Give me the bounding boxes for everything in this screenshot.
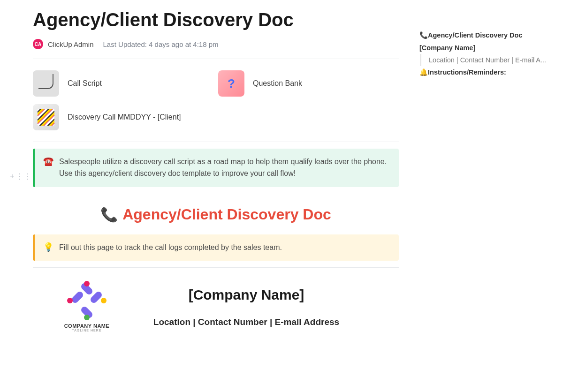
- phone-receiver-icon: 📞: [100, 206, 118, 223]
- updated-value: 4 days ago at 4:18 pm: [149, 40, 218, 48]
- thumb-cord-icon: [33, 70, 59, 97]
- document-outline: 📞Agency/Client Discovery Doc [Company Na…: [419, 29, 555, 79]
- subpage-discovery-call[interactable]: Discovery Call MMDDYY - [Client]: [33, 104, 399, 130]
- add-block-icon[interactable]: +: [8, 173, 16, 180]
- doc-meta: CA ClickUp Admin Last Updated: 4 days ag…: [33, 39, 399, 49]
- logo-company-name: COMPANY NAME: [56, 323, 117, 329]
- logo-mark-icon: [68, 282, 106, 319]
- page-title: Agency/Client Discovery Doc: [33, 9, 399, 30]
- outline-item[interactable]: 🔔Instructions/Reminders:: [419, 66, 555, 79]
- company-info: [Company Name] Location | Contact Number…: [131, 287, 389, 327]
- drag-handle-icon[interactable]: ⋮⋮: [20, 173, 27, 180]
- section-heading: 📞 Agency/Client Discovery Doc: [33, 206, 399, 223]
- thumb-files-icon: [33, 104, 59, 130]
- subpage-call-script[interactable]: Call Script: [33, 70, 213, 97]
- outline-item[interactable]: [Company Name]: [419, 42, 555, 54]
- outline-label: Agency/Client Discovery Doc: [428, 31, 522, 39]
- outline-label: Instructions/Reminders:: [428, 68, 506, 76]
- subpage-question-bank[interactable]: ? Question Bank: [218, 70, 399, 97]
- outline-label: Location | Contact Number | E-mail A...: [429, 56, 546, 64]
- subpage-label: Question Bank: [253, 79, 302, 88]
- outline-item[interactable]: Location | Contact Number | E-mail A...: [420, 54, 555, 66]
- thumb-question-icon: ?: [218, 70, 244, 97]
- company-block: COMPANY NAME TAGLINE HERE [Company Name]…: [33, 268, 399, 332]
- logo-tagline: TAGLINE HERE: [56, 329, 117, 332]
- block-gutter: + ⋮⋮: [8, 173, 27, 180]
- author-name[interactable]: ClickUp Admin: [48, 40, 94, 48]
- outline-label: [Company Name]: [419, 44, 475, 52]
- subpages-grid: Call Script ? Question Bank Discovery Ca…: [33, 59, 399, 142]
- phone-receiver-icon: 📞: [419, 31, 428, 39]
- subpage-label: Call Script: [68, 79, 102, 88]
- callout-text: Salespeople utilize a discovery call scr…: [59, 156, 390, 180]
- outline-item[interactable]: 📞Agency/Client Discovery Doc: [419, 29, 555, 42]
- company-contact-line[interactable]: Location | Contact Number | E-mail Addre…: [131, 317, 361, 327]
- callout-instruction[interactable]: 💡 Fill out this page to track the call l…: [33, 234, 399, 261]
- callout-intro[interactable]: ☎️ Salespeople utilize a discovery call …: [33, 149, 399, 187]
- author-avatar[interactable]: CA: [33, 39, 43, 49]
- callout-text: Fill out this page to track the call log…: [59, 242, 282, 254]
- company-logo: COMPANY NAME TAGLINE HERE: [56, 282, 117, 332]
- lightbulb-icon: 💡: [43, 242, 53, 254]
- updated-prefix: Last Updated:: [103, 40, 149, 48]
- subpage-label: Discovery Call MMDDYY - [Client]: [68, 113, 181, 121]
- phone-emoji-icon: ☎️: [43, 156, 53, 180]
- divider: [33, 142, 399, 142]
- company-name-heading[interactable]: [Company Name]: [131, 287, 361, 303]
- last-updated: Last Updated: 4 days ago at 4:18 pm: [103, 40, 219, 48]
- section-heading-text: Agency/Client Discovery Doc: [122, 206, 331, 223]
- bell-icon: 🔔: [419, 68, 428, 76]
